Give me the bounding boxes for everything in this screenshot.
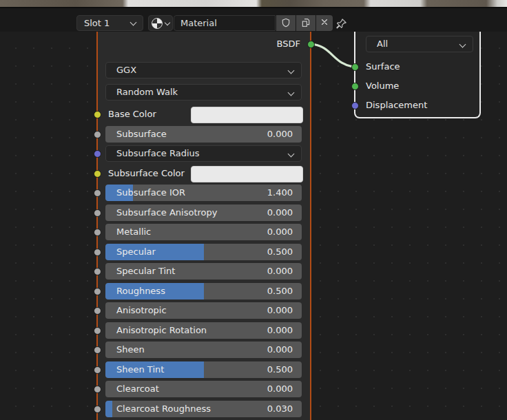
- material-slot-dropdown[interactable]: Slot 1: [76, 15, 143, 31]
- input-clearcoat-roughness-socket[interactable]: [94, 406, 101, 413]
- row-value: 1.400: [267, 185, 293, 201]
- row-base-color: Base Color: [105, 106, 302, 123]
- input-sheen-tint-socket[interactable]: [94, 366, 101, 374]
- input-specular-tint-socket[interactable]: [94, 268, 101, 275]
- input-displacement-socket[interactable]: [351, 102, 359, 109]
- input-label-displacement: Displacement: [366, 97, 427, 114]
- row-subsurface-radius[interactable]: Subsurface Radius: [105, 145, 302, 162]
- row-value: 0.000: [267, 263, 293, 280]
- row-label: Base Color: [108, 106, 156, 123]
- row-subsurface-ior[interactable]: Subsurface IOR1.400: [105, 185, 302, 201]
- row-subsurface-color: Subsurface Color: [105, 165, 302, 182]
- input-metallic-socket[interactable]: [94, 229, 101, 236]
- row-value: 0.030: [267, 401, 293, 417]
- bsdf-output-label: BSDF: [277, 36, 300, 52]
- browse-material-button[interactable]: [148, 15, 173, 31]
- pin-button[interactable]: [333, 15, 349, 31]
- row-value: 0.000: [267, 204, 293, 221]
- row-value: 0.500: [267, 244, 293, 260]
- input-subsurface-radius-socket[interactable]: [94, 150, 101, 158]
- copy-icon: [300, 17, 311, 28]
- input-anisotropic-socket[interactable]: [94, 307, 101, 315]
- input-sheen-socket[interactable]: [94, 346, 101, 354]
- material-name-value: Material: [180, 18, 217, 28]
- row-label: Anisotropic Rotation: [116, 322, 207, 339]
- unlink-material-button[interactable]: [316, 15, 333, 31]
- row-label: Subsurface IOR: [116, 185, 185, 201]
- chevron-down-icon: [459, 41, 466, 48]
- row-value: 0.000: [267, 342, 293, 358]
- row-label: GGX: [116, 62, 136, 78]
- node-principled-bsdf[interactable]: BSDF GGXRandom WalkBase ColorSubsurface0…: [96, 32, 311, 420]
- row-value: 0.000: [267, 126, 293, 143]
- row-anisotropic-rotation[interactable]: Anisotropic Rotation0.000: [105, 322, 302, 339]
- row-value: 0.500: [267, 283, 293, 300]
- input-label-volume: Volume: [366, 78, 399, 94]
- row-label: Sheen Tint: [116, 361, 164, 378]
- input-subsurface-ior-socket[interactable]: [94, 189, 101, 197]
- chevron-down-icon: [165, 20, 170, 25]
- row-value: 0.500: [267, 361, 293, 378]
- fake-user-button[interactable]: [276, 15, 296, 31]
- row-anisotropic[interactable]: Anisotropic0.000: [105, 302, 302, 319]
- input-roughness-socket[interactable]: [94, 288, 101, 295]
- chevron-down-icon: [288, 151, 295, 158]
- color-swatch[interactable]: [191, 107, 303, 123]
- row-label: Specular: [116, 244, 156, 260]
- row-sheen[interactable]: Sheen0.000: [105, 342, 302, 358]
- input-volume-socket[interactable]: [351, 83, 359, 90]
- row-label: Clearcoat Roughness: [116, 401, 211, 417]
- row-label: Roughness: [116, 283, 165, 300]
- node-editor-canvas[interactable]: BSDF GGXRandom WalkBase ColorSubsurface0…: [0, 32, 507, 420]
- row-label: Anisotropic: [116, 302, 167, 319]
- row-subsurface-anisotropy[interactable]: Subsurface Anisotropy0.000: [105, 204, 302, 221]
- row-label: Metallic: [116, 224, 151, 240]
- input-subsurface-color-socket[interactable]: [94, 170, 101, 178]
- row-ggx[interactable]: GGX: [105, 62, 302, 78]
- shield-icon: [280, 17, 291, 28]
- input-anisotropic-rotation-socket[interactable]: [94, 327, 101, 335]
- row-random-walk[interactable]: Random Walk: [105, 84, 302, 101]
- row-label: Subsurface Color: [108, 165, 185, 182]
- material-name-input[interactable]: Material: [174, 15, 276, 31]
- input-surface-socket[interactable]: [351, 63, 359, 71]
- viewport-3d-sliver: [0, 0, 507, 7]
- row-roughness[interactable]: Roughness0.500: [105, 283, 302, 300]
- output-target-value: All: [377, 36, 388, 52]
- input-subsurface-anisotropy-socket[interactable]: [94, 209, 101, 217]
- input-label-surface: Surface: [366, 59, 400, 75]
- row-sheen-tint[interactable]: Sheen Tint0.500: [105, 361, 302, 378]
- row-clearcoat[interactable]: Clearcoat0.000: [105, 381, 302, 397]
- row-value: 0.000: [267, 381, 293, 397]
- material-sphere-icon: [152, 18, 163, 29]
- chevron-down-icon: [130, 19, 137, 26]
- input-base-color-socket[interactable]: [94, 111, 101, 118]
- color-swatch[interactable]: [191, 166, 303, 182]
- row-label: Subsurface Anisotropy: [116, 204, 217, 221]
- row-value: 0.000: [267, 302, 293, 319]
- new-material-copy-button[interactable]: [296, 15, 315, 31]
- row-metallic[interactable]: Metallic0.000: [105, 224, 302, 240]
- output-target-dropdown[interactable]: All: [366, 36, 473, 52]
- node-material-output[interactable]: All SurfaceVolumeDisplacement: [354, 32, 481, 118]
- input-specular-socket[interactable]: [94, 249, 101, 256]
- slider-fill: [105, 401, 112, 417]
- blender-shader-editor: Slot 1 Material: [0, 0, 507, 420]
- row-specular-tint[interactable]: Specular Tint0.000: [105, 263, 302, 280]
- row-subsurface[interactable]: Subsurface0.000: [105, 126, 302, 143]
- shader-editor-header: Slot 1 Material: [0, 7, 507, 32]
- row-label: Subsurface Radius: [116, 145, 200, 162]
- input-subsurface-socket[interactable]: [94, 131, 101, 138]
- row-label: Random Walk: [116, 84, 178, 101]
- row-clearcoat-roughness[interactable]: Clearcoat Roughness0.030: [105, 401, 302, 417]
- x-icon: [320, 17, 329, 27]
- chevron-down-icon: [288, 67, 295, 74]
- row-specular[interactable]: Specular0.500: [105, 244, 302, 260]
- row-value: 0.000: [267, 322, 293, 339]
- chevron-down-icon: [288, 90, 295, 96]
- input-clearcoat-socket[interactable]: [94, 386, 101, 393]
- row-label: Clearcoat: [116, 381, 159, 397]
- row-label: Sheen: [116, 342, 145, 358]
- output-bsdf-socket[interactable]: [307, 41, 315, 48]
- row-value: 0.000: [267, 224, 293, 240]
